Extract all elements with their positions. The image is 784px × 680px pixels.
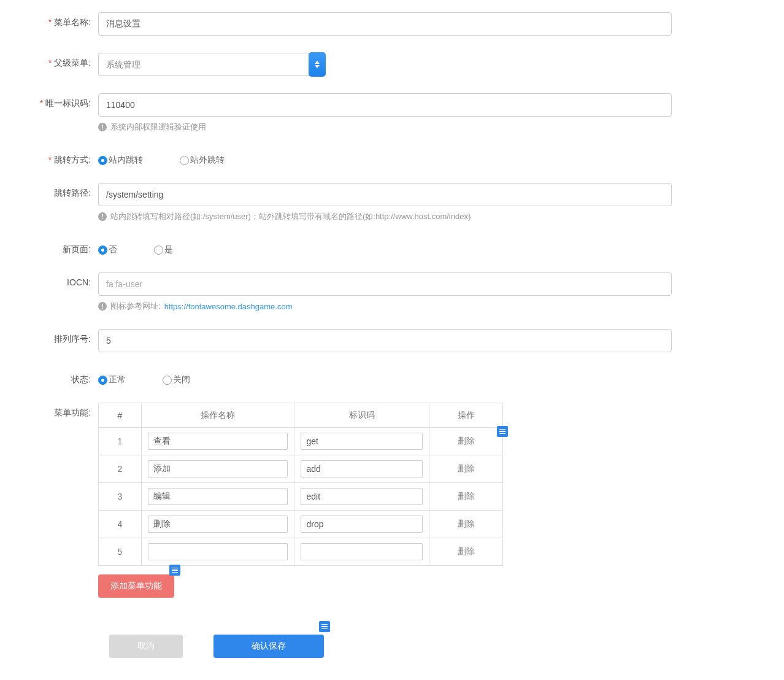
table-row: 3删除 (99, 483, 503, 511)
cell-num: 2 (99, 455, 142, 483)
row-sort-order: 排列序号: (18, 329, 766, 352)
input-op-code[interactable] (301, 460, 423, 477)
radio-icon (98, 376, 107, 385)
radio-jump-internal[interactable]: 站内跳转 (98, 155, 143, 166)
label-menu-func: 菜单功能: (18, 403, 98, 419)
cell-num: 1 (99, 428, 142, 455)
table-badge-icon[interactable] (497, 426, 508, 437)
input-op-name[interactable] (148, 433, 288, 450)
input-menu-name[interactable] (98, 12, 672, 36)
label-unique-code: 唯一标识码: (18, 93, 98, 109)
radio-icon (154, 245, 163, 255)
row-icon: IOCN: ! 图标参考网址: https://fontawesome.dash… (18, 272, 766, 312)
info-icon: ! (98, 123, 107, 131)
radio-icon (163, 376, 172, 385)
info-icon: ! (98, 212, 107, 221)
label-menu-name: 菜单名称: (18, 12, 98, 28)
row-new-page: 新页面: 否 是 (18, 239, 766, 255)
radio-status-closed[interactable]: 关闭 (163, 374, 190, 385)
label-new-page: 新页面: (18, 239, 98, 255)
row-jump-path: 跳转路径: ! 站内跳转填写相对路径(如:/system/user)；站外跳转填… (18, 183, 766, 222)
help-unique-code: ! 系统内部权限逻辑验证使用 (98, 122, 672, 133)
row-parent-menu: 父级菜单: 系统管理 (18, 53, 766, 76)
add-badge-icon[interactable] (169, 565, 180, 576)
label-status: 状态: (18, 369, 98, 385)
radio-icon (180, 156, 189, 165)
delete-link[interactable]: 删除 (458, 519, 475, 528)
add-func-button[interactable]: 添加菜单功能 (98, 574, 174, 598)
func-table: # 操作名称 标识码 操作 1删除2删除3删除4删除5删除 (98, 403, 503, 566)
input-op-code[interactable] (301, 488, 423, 505)
input-op-name[interactable] (148, 460, 288, 477)
radio-icon (98, 156, 107, 165)
input-op-name[interactable] (148, 488, 288, 505)
th-code: 标识码 (294, 403, 429, 428)
input-op-name[interactable] (148, 543, 288, 560)
delete-link[interactable]: 删除 (458, 546, 475, 556)
label-parent-menu: 父级菜单: (18, 53, 98, 69)
row-menu-name: 菜单名称: (18, 12, 766, 36)
radio-status-normal[interactable]: 正常 (98, 374, 126, 385)
table-row: 5删除 (99, 538, 503, 566)
radio-newpage-yes[interactable]: 是 (154, 244, 173, 255)
radio-newpage-no[interactable]: 否 (98, 244, 117, 255)
th-action: 操作 (429, 403, 503, 428)
table-row: 1删除 (99, 428, 503, 455)
help-icon: ! 图标参考网址: https://fontawesome.dashgame.c… (98, 301, 672, 312)
help-jump-path: ! 站内跳转填写相对路径(如:/system/user)；站外跳转填写带有域名的… (98, 211, 672, 222)
cell-num: 3 (99, 483, 142, 511)
input-icon[interactable] (98, 272, 672, 296)
table-row: 2删除 (99, 455, 503, 483)
table-row: 4删除 (99, 511, 503, 538)
label-sort-order: 排列序号: (18, 329, 98, 345)
label-icon: IOCN: (18, 272, 98, 287)
radio-icon (98, 245, 107, 255)
input-op-name[interactable] (148, 516, 288, 533)
input-sort-order[interactable] (98, 329, 672, 352)
input-unique-code[interactable] (98, 93, 672, 117)
label-jump-type: 跳转方式: (18, 150, 98, 166)
input-op-code[interactable] (301, 516, 423, 533)
save-button[interactable]: 确认保存 (213, 635, 324, 658)
save-badge-icon[interactable] (319, 621, 330, 632)
cell-num: 4 (99, 511, 142, 538)
th-name: 操作名称 (141, 403, 294, 428)
input-op-code[interactable] (301, 543, 423, 560)
select-parent-menu[interactable]: 系统管理 (98, 53, 325, 76)
radio-jump-external[interactable]: 站外跳转 (180, 155, 225, 166)
label-jump-path: 跳转路径: (18, 183, 98, 199)
th-num: # (99, 403, 142, 428)
delete-link[interactable]: 删除 (458, 491, 475, 501)
row-unique-code: 唯一标识码: ! 系统内部权限逻辑验证使用 (18, 93, 766, 133)
cancel-button[interactable]: 取消 (109, 635, 183, 658)
delete-link[interactable]: 删除 (458, 463, 475, 473)
delete-link[interactable]: 删除 (458, 436, 475, 446)
row-menu-func: 菜单功能: # 操作名称 标识码 操作 1删除2删除3删除4删除5删除 添加菜单… (18, 403, 766, 598)
row-status: 状态: 正常 关闭 (18, 369, 766, 385)
row-jump-type: 跳转方式: 站内跳转 站外跳转 (18, 150, 766, 166)
input-jump-path[interactable] (98, 183, 672, 206)
input-op-code[interactable] (301, 433, 423, 450)
info-icon: ! (98, 302, 107, 311)
cell-num: 5 (99, 538, 142, 566)
action-row: 取消 确认保存 (109, 635, 766, 658)
icon-help-link[interactable]: https://fontawesome.dashgame.com (164, 302, 293, 311)
